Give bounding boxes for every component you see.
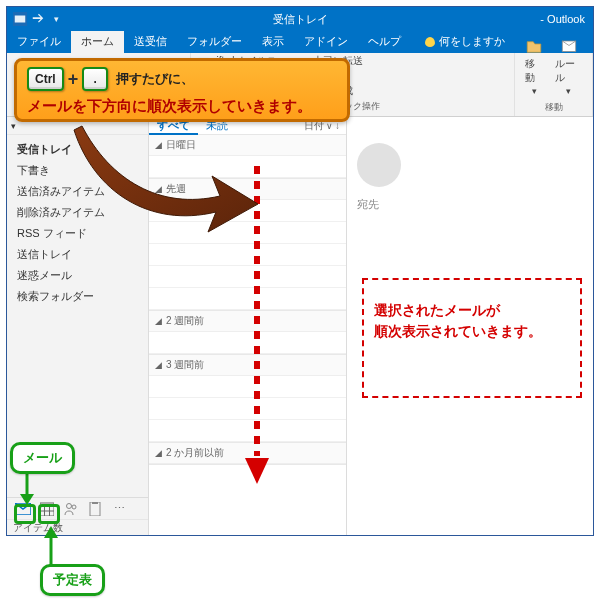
message-item[interactable] <box>149 200 346 222</box>
move-caption: 移動 <box>545 101 563 114</box>
date-group: ◢先週 <box>149 179 346 311</box>
title-bar: ▾ 受信トレイ - Outlook <box>7 7 593 31</box>
rules-button[interactable]: ルール ▾ <box>551 35 586 99</box>
annotation-highlight-mail <box>14 504 36 524</box>
message-list-pane: すべて 未読 日付∨↓ ◢日曜日 ◢先週 ◢2 週間前 <box>149 117 347 535</box>
quick-access-toolbar: ▾ <box>7 12 63 26</box>
caret-icon: ◢ <box>155 316 162 326</box>
switch-people[interactable] <box>61 500 81 518</box>
svg-point-9 <box>67 503 72 508</box>
tell-me-search[interactable]: 何をしますか <box>417 30 513 53</box>
annotation-highlight-calendar <box>38 504 60 524</box>
svg-point-10 <box>72 505 76 509</box>
nav-rss[interactable]: RSS フィード <box>7 223 148 244</box>
bulb-icon <box>425 37 435 47</box>
message-item[interactable] <box>149 332 346 354</box>
message-item[interactable] <box>149 266 346 288</box>
nav-drafts[interactable]: 下書き <box>7 160 148 181</box>
group-header[interactable]: ◢日曜日 <box>149 135 346 156</box>
svg-rect-12 <box>92 502 98 504</box>
caret-icon: ◢ <box>155 184 162 194</box>
tab-file[interactable]: ファイル <box>7 30 71 53</box>
tab-sendrecv[interactable]: 送受信 <box>124 30 177 53</box>
sender-avatar <box>357 143 401 187</box>
group-header[interactable]: ◢3 週間前 <box>149 355 346 376</box>
to-label: 宛先 <box>357 197 379 212</box>
tell-me-label: 何をしますか <box>439 34 505 49</box>
nav-inbox[interactable]: 受信トレイ <box>7 139 148 160</box>
chevron-down-icon: ▾ <box>11 121 16 131</box>
nav-sent[interactable]: 送信済みアイテム <box>7 181 148 202</box>
kbd-ctrl: Ctrl <box>27 67 64 91</box>
qat-sendrecv-icon[interactable] <box>31 12 45 26</box>
window-title-app: - Outlook <box>540 13 593 25</box>
red-box-line2: 順次表示されていきます。 <box>374 321 570 342</box>
nav-search-folders[interactable]: 検索フォルダー <box>7 286 148 307</box>
kbd-dot: . <box>82 67 108 91</box>
red-box-line1: 選択されたメールが <box>374 300 570 321</box>
ribbon-group-move: 移動 ▾ ルール ▾ 移動 <box>515 53 593 116</box>
annotation-bubble-calendar: 予定表 <box>40 564 105 596</box>
annotation-shortcut-callout: Ctrl + . 押すたびに、 メールを下方向に順次表示していきます。 <box>14 58 350 122</box>
tab-view[interactable]: 表示 <box>252 30 294 53</box>
svg-rect-11 <box>90 502 100 516</box>
message-item[interactable] <box>149 244 346 266</box>
tab-addin[interactable]: アドイン <box>294 30 358 53</box>
date-group: ◢2 か月前以前 <box>149 443 346 465</box>
app-icon <box>13 12 27 26</box>
message-item[interactable] <box>149 420 346 442</box>
nav-outbox[interactable]: 送信トレイ <box>7 244 148 265</box>
callout-line2: メールを下方向に順次表示していきます。 <box>27 97 337 116</box>
caret-icon: ◢ <box>155 360 162 370</box>
message-item[interactable] <box>149 222 346 244</box>
annotation-bubble-mail: メール <box>10 442 75 474</box>
tab-help[interactable]: ヘルプ <box>358 30 411 53</box>
caret-icon: ◢ <box>155 140 162 150</box>
window-title: 受信トレイ <box>273 12 328 27</box>
message-item[interactable] <box>149 288 346 310</box>
chevron-down-icon: ∨ <box>326 121 333 131</box>
qat-dropdown-icon[interactable]: ▾ <box>49 12 63 26</box>
date-group: ◢2 週間前 <box>149 311 346 355</box>
group-header[interactable]: ◢2 か月前以前 <box>149 443 346 464</box>
date-group: ◢3 週間前 <box>149 355 346 443</box>
annotation-red-box: 選択されたメールが 順次表示されていきます。 <box>362 278 582 398</box>
group-header[interactable]: ◢先週 <box>149 179 346 200</box>
nav-deleted[interactable]: 削除済みアイテム <box>7 202 148 223</box>
message-item[interactable] <box>149 376 346 398</box>
move-button[interactable]: 移動 ▾ <box>521 35 547 99</box>
message-item[interactable] <box>149 398 346 420</box>
callout-suffix: 押すたびに、 <box>116 70 194 88</box>
switch-more[interactable]: ⋯ <box>109 500 129 518</box>
switch-tasks[interactable] <box>85 500 105 518</box>
group-header[interactable]: ◢2 週間前 <box>149 311 346 332</box>
caret-icon: ◢ <box>155 448 162 458</box>
svg-rect-1 <box>15 16 26 23</box>
plus-icon: + <box>68 69 79 90</box>
date-group: ◢日曜日 <box>149 135 346 179</box>
tab-home[interactable]: ホーム <box>71 30 124 53</box>
message-list-body[interactable]: ◢日曜日 ◢先週 ◢2 週間前 ◢3 週間前 <box>149 135 346 535</box>
ribbon-tabs: ファイル ホーム 送受信 フォルダー 表示 アドイン ヘルプ 何をしますか <box>7 31 593 53</box>
message-item[interactable] <box>149 156 346 178</box>
tab-folder[interactable]: フォルダー <box>177 30 252 53</box>
nav-junk[interactable]: 迷惑メール <box>7 265 148 286</box>
